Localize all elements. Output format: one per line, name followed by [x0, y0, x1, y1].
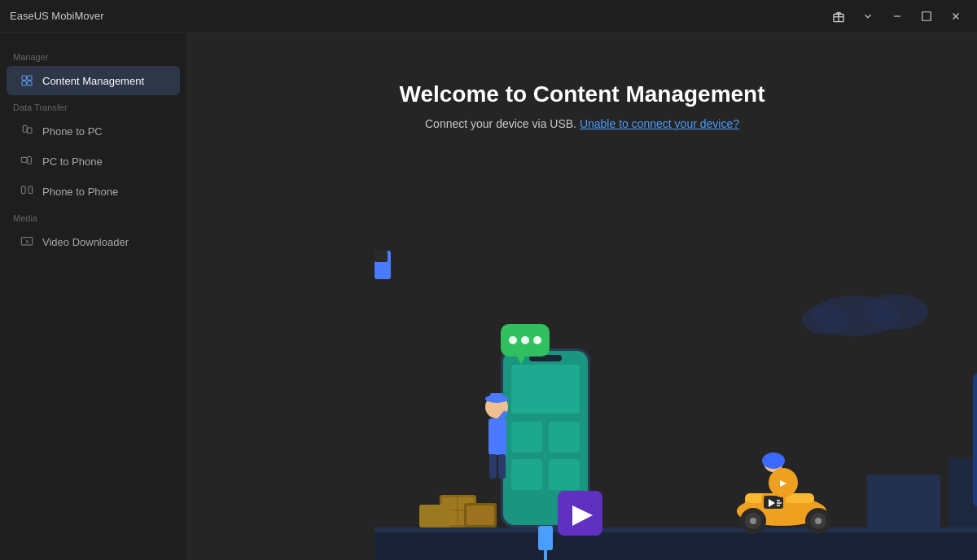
content-subtitle: Connect your device via USB. Unable to c… — [425, 117, 739, 130]
svg-rect-6 — [28, 76, 32, 80]
dropdown-button[interactable] — [857, 5, 879, 28]
pc-to-phone-icon — [20, 154, 34, 168]
illustration — [375, 251, 977, 560]
sidebar-item-video-downloader-label: Video Downloader — [42, 236, 129, 248]
svg-rect-12 — [21, 157, 27, 162]
svg-rect-2 — [922, 11, 931, 20]
page-title: Welcome to Content Management — [399, 81, 765, 107]
svg-rect-8 — [28, 81, 32, 85]
svg-rect-76 — [867, 475, 940, 527]
gift-button[interactable] — [827, 5, 850, 28]
svg-rect-7 — [22, 81, 26, 85]
svg-rect-14 — [21, 186, 25, 194]
svg-rect-15 — [28, 186, 33, 194]
sidebar-item-phone-to-phone-label: Phone to Phone — [42, 186, 118, 198]
svg-point-44 — [521, 336, 529, 344]
svg-rect-34 — [511, 422, 542, 453]
svg-rect-5 — [22, 76, 26, 80]
svg-rect-33 — [511, 365, 580, 413]
svg-rect-36 — [511, 459, 542, 490]
sidebar-item-phone-to-pc[interactable]: Phone to PC — [7, 116, 180, 146]
sidebar-item-pc-to-phone-label: PC to Phone — [42, 155, 103, 168]
svg-rect-29 — [467, 505, 494, 525]
phone-to-pc-icon — [20, 124, 34, 138]
svg-point-45 — [533, 336, 541, 344]
unable-to-connect-link[interactable]: Unable to connect your device? — [580, 117, 739, 130]
svg-point-57 — [762, 453, 785, 469]
chevron-down-icon — [862, 11, 874, 22]
content-area: Welcome to Content Management Connect yo… — [187, 33, 977, 560]
svg-rect-78 — [973, 373, 977, 507]
svg-rect-9 — [23, 125, 27, 132]
svg-rect-52 — [498, 454, 506, 479]
data-transfer-section-label: Data Transfer — [0, 96, 186, 116]
close-icon — [950, 11, 962, 22]
media-section-label: Media — [0, 207, 186, 226]
minimize-icon — [892, 11, 903, 22]
svg-point-66 — [815, 518, 821, 524]
sidebar-item-pc-to-phone[interactable]: PC to Phone — [7, 147, 180, 176]
gift-icon — [832, 10, 845, 23]
sidebar-item-phone-to-phone[interactable]: Phone to Phone — [7, 177, 180, 206]
svg-point-43 — [509, 336, 517, 344]
maximize-button[interactable] — [915, 5, 938, 28]
svg-rect-35 — [549, 422, 580, 453]
app-title: EaseUS MobiMover — [10, 10, 104, 22]
svg-rect-39 — [538, 526, 553, 550]
content-management-icon — [20, 73, 34, 88]
manager-section-label: Manager — [0, 46, 186, 65]
sidebar-item-content-management[interactable]: Content Management — [7, 66, 180, 95]
minimize-button[interactable] — [886, 5, 909, 28]
window-controls — [827, 5, 967, 28]
svg-rect-51 — [489, 454, 497, 479]
svg-rect-74 — [375, 251, 388, 262]
svg-rect-18 — [375, 527, 977, 532]
sidebar-item-video-downloader[interactable]: Video Downloader — [7, 227, 180, 256]
sidebar: Manager Content Management Data Transfer… — [0, 33, 187, 560]
svg-rect-10 — [28, 128, 32, 133]
svg-rect-13 — [28, 157, 32, 164]
subtitle-text: Connect your device via USB. — [425, 117, 576, 130]
svg-point-63 — [750, 518, 756, 524]
main-layout: Manager Content Management Data Transfer… — [0, 33, 977, 560]
svg-rect-77 — [949, 458, 977, 527]
svg-rect-37 — [549, 459, 580, 490]
close-button[interactable] — [944, 5, 967, 28]
svg-rect-30 — [419, 505, 450, 527]
maximize-icon — [921, 11, 932, 22]
sidebar-item-phone-to-pc-label: Phone to PC — [42, 125, 103, 138]
titlebar: EaseUS MobiMover — [0, 0, 977, 33]
video-downloader-icon — [20, 234, 34, 249]
svg-rect-48 — [490, 393, 503, 401]
phone-to-phone-icon — [20, 184, 34, 199]
svg-point-20 — [863, 294, 928, 330]
sidebar-item-content-management-label: Content Management — [42, 75, 144, 87]
svg-point-21 — [802, 305, 851, 335]
